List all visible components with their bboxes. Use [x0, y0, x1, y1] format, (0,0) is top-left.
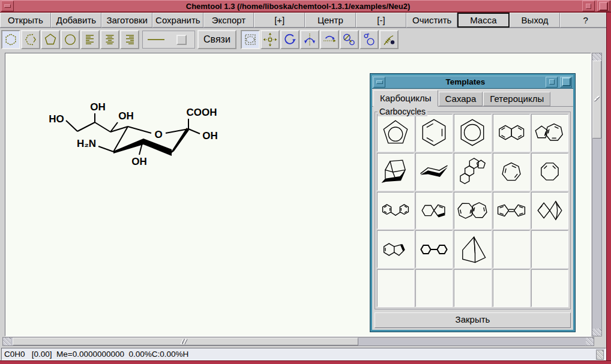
- menu-item-Сохранить[interactable]: Сохранить: [152, 13, 203, 28]
- dialog-maximize-button[interactable]: [560, 77, 572, 88]
- cyclooctatetraene-thumbnail-icon: [532, 155, 567, 188]
- template-cell-empty: [531, 230, 568, 268]
- template-item-norbornadiene[interactable]: [531, 192, 568, 230]
- align-left-tool[interactable]: [80, 30, 100, 49]
- template-cell-empty: [415, 269, 453, 307]
- menu-item-Заготовки[interactable]: Заготовки: [101, 13, 152, 28]
- hexagon-template-tool[interactable]: [1, 30, 20, 49]
- clean-tool[interactable]: [379, 30, 399, 49]
- window-titlebar[interactable]: Chemtool 1.3 (/home/liboska/chemtool-1.3…: [0, 0, 611, 13]
- dialog-iconify-button[interactable]: [546, 77, 558, 88]
- window-title: Chemtool 1.3 (/home/liboska/chemtool-1.3…: [15, 1, 581, 12]
- align-right-tool-icon: [122, 32, 137, 47]
- templates-dialog-title: Templates: [387, 77, 544, 86]
- window-iconify-button[interactable]: [582, 1, 595, 11]
- bonds-button[interactable]: Связи: [197, 30, 236, 49]
- select-marquee-tool[interactable]: [241, 30, 260, 49]
- align-center-tool[interactable]: [100, 30, 119, 49]
- vertical-scrollbar-top-cap[interactable]: [592, 53, 601, 61]
- flip-horizontal-tool[interactable]: [320, 30, 339, 49]
- indene-thumbnail-icon: [378, 233, 413, 266]
- menu-item-Центр[interactable]: Центр: [305, 13, 356, 28]
- rotate-tool[interactable]: [280, 30, 299, 49]
- horizontal-scrollbar-right-cap[interactable]: [586, 338, 594, 345]
- template-item-benzene-circle[interactable]: [454, 114, 491, 152]
- menu-item-Добавить[interactable]: Добавить: [51, 13, 102, 28]
- move-tool[interactable]: [260, 30, 280, 49]
- vertical-scrollbar[interactable]: [592, 53, 602, 336]
- bond-style-dropdown[interactable]: [176, 35, 187, 45]
- template-item-cyclooctatetraene[interactable]: [531, 153, 568, 191]
- template-item-cyclopentadienyl[interactable]: [377, 114, 414, 152]
- align-right-tool[interactable]: [120, 30, 139, 49]
- template-item-cyclohexane-chair[interactable]: [415, 153, 453, 191]
- template-item-naphthalene[interactable]: [493, 114, 530, 152]
- svg-text:O: O: [154, 129, 162, 140]
- benzene-circle-thumbnail-icon: [455, 116, 490, 149]
- menu-item-Экспорт[interactable]: Экспорт: [203, 13, 254, 28]
- horizontal-scrollbar-left-cap[interactable]: [3, 338, 11, 345]
- templates-grid: [377, 114, 568, 307]
- svg-text:OH: OH: [202, 130, 218, 142]
- circle-template-tool[interactable]: [61, 30, 80, 49]
- template-item-spiro-ring[interactable]: [415, 192, 453, 230]
- template-item-cycloheptatriene[interactable]: [493, 153, 530, 191]
- tab-Сахара[interactable]: Сахара: [439, 92, 483, 106]
- adamantane-thumbnail-icon: [378, 155, 413, 188]
- flip-vertical-tool[interactable]: [300, 30, 319, 49]
- clean-tool-icon: [382, 32, 396, 47]
- menu-item-Масса[interactable]: Масса: [457, 13, 510, 28]
- menu-item-?[interactable]: ?: [560, 13, 611, 28]
- minimize-icon: [376, 80, 383, 84]
- open-polygon-tool-icon: [23, 32, 38, 47]
- dialog-minimize-button[interactable]: [373, 77, 385, 88]
- menu-item-[+][interactable]: [+]: [254, 13, 305, 28]
- maximize-icon: [562, 77, 571, 86]
- carbocycles-group: Carbocycles: [375, 112, 571, 309]
- carbocycles-group-label: Carbocycles: [378, 107, 427, 116]
- template-item-adamantane[interactable]: [377, 153, 414, 191]
- open-polygon-tool[interactable]: [21, 30, 40, 49]
- scale-down-tool[interactable]: [340, 30, 359, 49]
- menu-item-[-][interactable]: [-]: [356, 13, 407, 28]
- align-center-tool-icon: [103, 32, 117, 47]
- horizontal-scrollbar-thumb[interactable]: [13, 338, 358, 345]
- scale-down-tool-icon: [342, 32, 357, 47]
- template-item-bicyclohexyl[interactable]: [415, 230, 453, 268]
- window-minimize-button[interactable]: [1, 1, 14, 11]
- status-resize-grip[interactable]: [596, 350, 604, 360]
- template-item-fluorene[interactable]: [377, 192, 414, 230]
- svg-text:OH: OH: [118, 110, 134, 122]
- toolbar: Связи: [0, 28, 611, 51]
- svg-text:COOH: COOH: [187, 107, 217, 118]
- menu-item-Открыть[interactable]: Открыть: [0, 13, 51, 28]
- svg-text:HO: HO: [49, 113, 64, 125]
- template-item-norbornane[interactable]: [454, 230, 491, 268]
- fulvalene-thumbnail-icon: [494, 194, 529, 227]
- menu-item-Выход[interactable]: Выход: [510, 13, 561, 28]
- vertical-scrollbar-bottom-cap[interactable]: [592, 329, 601, 336]
- scale-up-tool[interactable]: [360, 30, 379, 49]
- window-maximize-button[interactable]: [597, 1, 610, 11]
- pentagon-template-tool[interactable]: [41, 30, 60, 49]
- menubar: ОткрытьДобавитьЗаготовкиСохранитьЭкспорт…: [0, 13, 611, 28]
- template-item-indene[interactable]: [377, 230, 414, 268]
- flip-horizontal-tool-icon: [322, 32, 337, 47]
- template-item-fulvalene[interactable]: [493, 192, 530, 230]
- vertical-scrollbar-thumb[interactable]: [592, 61, 601, 139]
- iconify-icon: [549, 79, 555, 85]
- template-item-azulene[interactable]: [531, 114, 568, 152]
- template-item-benzene-kekule[interactable]: [415, 114, 453, 152]
- horizontal-scrollbar[interactable]: [2, 337, 594, 346]
- menu-item-Очистить[interactable]: Очистить: [406, 13, 457, 28]
- tab-Карбоциклы[interactable]: Карбоциклы: [373, 90, 438, 107]
- bond-style-selector[interactable]: [142, 31, 195, 49]
- circle-template-tool-icon: [63, 32, 77, 47]
- templates-dialog-titlebar[interactable]: Templates: [372, 76, 573, 89]
- flip-vertical-tool-icon: [302, 32, 317, 47]
- maximize-icon: [599, 2, 608, 11]
- close-button[interactable]: Закрыть: [375, 312, 571, 328]
- tab-Гетероциклы[interactable]: Гетероциклы: [483, 92, 550, 106]
- template-item-steroid-skeleton[interactable]: [454, 153, 491, 191]
- template-item-heptalene[interactable]: [454, 192, 491, 230]
